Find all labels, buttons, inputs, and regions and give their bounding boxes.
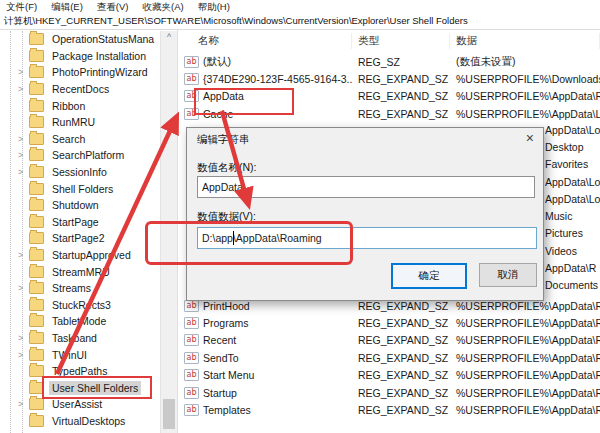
value-data-fragment: Videos (545, 242, 600, 259)
folder-icon (29, 382, 44, 394)
chevron-right-icon[interactable]: > (18, 250, 29, 260)
chevron-right-icon[interactable]: > (18, 84, 29, 94)
column-header-name[interactable]: 名称 (180, 33, 352, 49)
tree-item[interactable]: > RunMRU (0, 114, 160, 131)
tree-item[interactable]: > TabletMode (0, 313, 160, 330)
tree-item[interactable]: > RecentDocs (0, 81, 160, 98)
tree-item-label: Taskband (49, 331, 100, 345)
chevron-right-icon[interactable]: > (18, 350, 29, 360)
scroll-up-icon[interactable]: ^ (161, 32, 177, 42)
value-name: Startup (203, 387, 237, 399)
tree-item-label: TWinUI (49, 348, 90, 362)
value-data-fragment: AppData\Lo (545, 190, 600, 207)
value-name-label: 数值名称(N): (197, 161, 257, 175)
tree-item[interactable]: > PhotoPrintingWizard (0, 64, 160, 81)
value-data-fragment: AppData\Lo (545, 121, 600, 138)
close-icon[interactable]: × (526, 131, 534, 145)
value-type: REG_EXPAND_SZ (352, 70, 450, 87)
tree-item[interactable]: > StartPage2 (0, 230, 160, 247)
value-name: (默认) (203, 55, 231, 69)
string-value-icon: ab (184, 369, 199, 381)
tree-item[interactable]: > TWinUI (0, 346, 160, 363)
menu-item[interactable]: 文件(F) (6, 1, 37, 14)
tree-item[interactable]: > Shell Folders (0, 180, 160, 197)
tree-item[interactable]: > VirtualDesktops (0, 413, 160, 430)
table-row[interactable]: ab Templates REG_EXPAND_SZ %USERPROFILE%… (180, 401, 600, 418)
tree-item[interactable]: > Streams (0, 280, 160, 297)
value-list-occluded: AppData\LoDesktopFavoritesAppData\LoAppD… (545, 121, 600, 294)
tree-item[interactable]: > SearchPlatform (0, 147, 160, 164)
tree-item[interactable]: > TypedPaths (0, 363, 160, 380)
tree-item[interactable]: > UserAssist (0, 396, 160, 413)
tree-scrollbar[interactable]: ^ (160, 31, 177, 433)
column-header-data[interactable]: 数据 (450, 33, 600, 49)
value-list-bottom: ab PrintHood REG_EXPAND_SZ %USERPROFILE%… (180, 297, 600, 419)
value-type: REG_EXPAND_SZ (352, 401, 450, 418)
scrollbar-thumb[interactable] (163, 399, 175, 429)
chevron-right-icon[interactable]: > (18, 283, 29, 293)
tree-item[interactable]: > Taskband (0, 330, 160, 347)
table-row[interactable]: ab {374DE290-123F-4565-9164-3... REG_EXP… (180, 70, 600, 87)
tree-item[interactable]: > SessionInfo (0, 164, 160, 181)
table-row[interactable]: ab SendTo REG_EXPAND_SZ %USERPROFILE%\Ap… (180, 349, 600, 366)
tree-item[interactable]: > OperationStatusMana (0, 31, 160, 48)
chevron-right-icon[interactable]: > (18, 333, 29, 343)
chevron-right-icon[interactable]: > (18, 67, 29, 77)
tree-item-label: RunMRU (49, 115, 98, 129)
value-name: PrintHood (203, 300, 250, 312)
value-type: REG_EXPAND_SZ (352, 349, 450, 366)
table-row[interactable]: ab Start Menu REG_EXPAND_SZ %USERPROFILE… (180, 367, 600, 384)
folder-icon (29, 33, 44, 45)
chevron-right-icon[interactable]: > (18, 134, 29, 144)
tree-item[interactable]: > Search (0, 131, 160, 148)
menu-item[interactable]: 查看(V) (97, 1, 129, 14)
value-data: %USERPROFILE%\AppData\R (450, 332, 600, 349)
tree-item[interactable]: > StartupApproved (0, 247, 160, 264)
column-header-type[interactable]: 类型 (352, 33, 450, 49)
value-name: Templates (203, 404, 251, 416)
value-data-text: D:\app\AppData\Roaming (202, 232, 322, 244)
value-name: AppData (203, 90, 244, 102)
table-row[interactable]: ab Programs REG_EXPAND_SZ %USERPROFILE%\… (180, 314, 600, 331)
string-value-icon: ab (184, 73, 199, 85)
chevron-right-icon[interactable]: > (18, 167, 29, 177)
table-row[interactable]: ab Cache REG_EXPAND_SZ %USERPROFILE%\App… (180, 105, 600, 122)
ok-button[interactable]: 确定 (391, 263, 467, 289)
value-data: %USERPROFILE%\AppData\R (450, 349, 600, 366)
tree-item-label: SessionInfo (49, 165, 110, 179)
value-data-fragment: Favorites (545, 156, 600, 173)
value-type: REG_EXPAND_SZ (352, 88, 450, 105)
tree-item[interactable]: > Ribbon (0, 97, 160, 114)
value-name: Start Menu (203, 369, 254, 381)
tree-item[interactable]: > Shutdown (0, 197, 160, 214)
chevron-right-icon[interactable]: > (18, 150, 29, 160)
value-data-field[interactable]: D:\app\AppData\Roaming (197, 227, 537, 249)
folder-icon (29, 83, 44, 95)
value-name: {374DE290-123F-4565-9164-3... (203, 73, 352, 85)
tree-item[interactable]: > User Shell Folders (0, 379, 160, 396)
value-data-fragment: AppData\Lo (545, 173, 600, 190)
table-row[interactable]: ab Startup REG_EXPAND_SZ %USERPROFILE%\A… (180, 384, 600, 401)
menu-item[interactable]: 收藏夹(A) (142, 1, 183, 14)
tree-item[interactable]: > StuckRects3 (0, 297, 160, 314)
tree-item[interactable]: > StreamMRU (0, 263, 160, 280)
panel-divider[interactable] (177, 29, 178, 433)
dialog-title: 编辑字符串 (197, 133, 250, 147)
chevron-right-icon[interactable]: > (18, 399, 29, 409)
table-row[interactable]: ab Recent REG_EXPAND_SZ %USERPROFILE%\Ap… (180, 332, 600, 349)
menu-item[interactable]: 编辑(E) (51, 1, 83, 14)
table-row[interactable]: ab (默认) REG_SZ (数值未设置) (180, 53, 600, 70)
folder-icon (29, 349, 44, 361)
value-data-fragment: AppData\R (545, 259, 600, 276)
value-name-field[interactable]: AppData (197, 176, 535, 198)
string-value-icon: ab (184, 317, 199, 329)
tree-item[interactable]: > StartPage (0, 214, 160, 231)
value-name-text: AppData (202, 181, 243, 193)
value-name: SendTo (203, 352, 239, 364)
table-row[interactable]: ab AppData REG_EXPAND_SZ %USERPROFILE%\A… (180, 88, 600, 105)
tree-item[interactable]: > Package Installation (0, 48, 160, 65)
cancel-button[interactable]: 取消 (479, 263, 537, 287)
folder-icon (29, 100, 44, 112)
menu-item[interactable]: 帮助(H) (198, 1, 230, 14)
folder-icon (29, 183, 44, 195)
